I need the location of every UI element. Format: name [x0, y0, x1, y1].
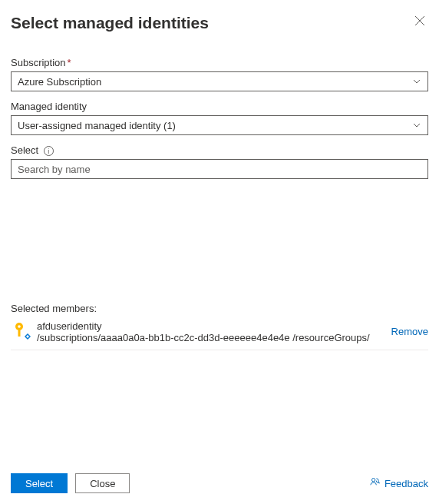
subscription-field: Subscription* Azure Subscription — [11, 57, 428, 91]
subscription-value: Azure Subscription — [18, 76, 101, 88]
managed-identity-label: Managed identity — [11, 101, 428, 112]
svg-rect-1 — [18, 330, 21, 337]
selected-member-row: afduseridentity /subscriptions/aaaa0a0a-… — [11, 319, 428, 350]
member-name: afduseridentity — [37, 320, 387, 332]
managed-identity-dropdown[interactable]: User-assigned managed identity (1) — [11, 115, 428, 135]
spacer — [11, 188, 428, 287]
panel-footer: Select Close Feedback — [11, 463, 428, 493]
feedback-icon — [369, 476, 381, 490]
subscription-label: Subscription* — [11, 57, 428, 68]
selected-members-label: Selected members: — [11, 303, 428, 314]
panel-title: Select managed identities — [11, 14, 209, 32]
required-marker: * — [68, 57, 71, 68]
svg-point-3 — [371, 479, 375, 482]
managed-identity-field: Managed identity User-assigned managed i… — [11, 101, 428, 135]
spacer — [11, 364, 428, 463]
feedback-link[interactable]: Feedback — [369, 476, 428, 490]
member-path: /subscriptions/aaaa0a0a-bb1b-cc2c-dd3d-e… — [37, 332, 387, 343]
close-icon[interactable] — [411, 14, 428, 30]
footer-actions: Select Close — [11, 473, 130, 493]
managed-identity-icon — [11, 321, 32, 343]
managed-identity-value: User-assigned managed identity (1) — [18, 120, 176, 131]
panel-header: Select managed identities — [11, 14, 428, 32]
remove-button[interactable]: Remove — [391, 326, 428, 337]
chevron-down-icon — [412, 77, 421, 86]
select-button[interactable]: Select — [11, 473, 68, 493]
chevron-down-icon — [412, 121, 421, 130]
member-text: afduseridentity /subscriptions/aaaa0a0a-… — [37, 320, 387, 343]
close-button[interactable]: Close — [75, 473, 130, 493]
feedback-label: Feedback — [385, 478, 428, 489]
svg-point-2 — [18, 325, 21, 328]
select-field: Select i — [11, 144, 428, 179]
selected-members-section: Selected members: afduseridentity /subsc… — [11, 303, 428, 350]
search-input[interactable] — [11, 159, 428, 179]
subscription-dropdown[interactable]: Azure Subscription — [11, 71, 428, 91]
info-icon[interactable]: i — [44, 146, 54, 156]
select-label: Select i — [11, 144, 428, 156]
